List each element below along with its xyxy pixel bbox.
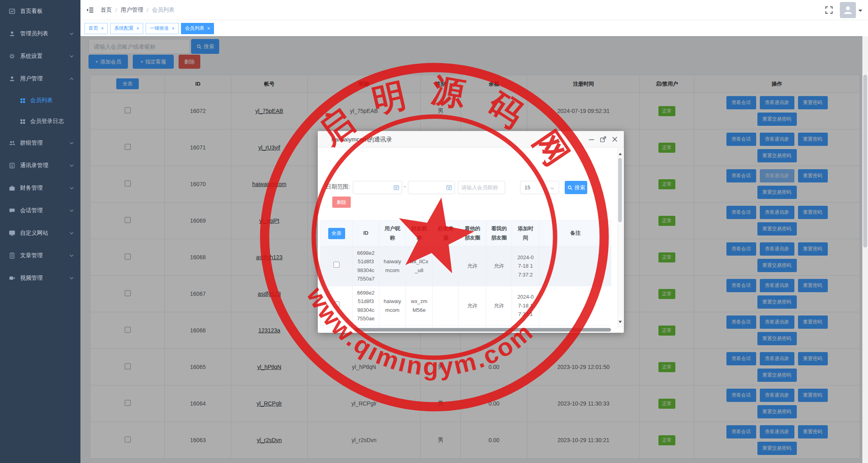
sidebar-item-3[interactable]: 用户管理 — [0, 68, 80, 90]
avatar-caret-icon[interactable] — [858, 10, 862, 14]
hamburger-icon[interactable] — [86, 6, 94, 14]
cell-his-moments: 允许 — [459, 246, 486, 286]
breadcrumb-separator: / — [115, 7, 117, 13]
sidebar-subitem-3-1[interactable]: 会员登录日志 — [0, 111, 80, 132]
grid-icon — [20, 98, 25, 103]
gear-icon — [9, 53, 15, 59]
col-header-my-moments: 看我的朋友圈 — [486, 221, 512, 246]
date-range-separator: - — [404, 183, 406, 190]
page-size-select[interactable]: 15 — [520, 181, 559, 194]
sidebar-item-label: 通讯录管理 — [20, 162, 69, 169]
tab-label: 首页 — [88, 25, 98, 32]
sidebar-item-label: 视频管理 — [20, 275, 69, 282]
date-start-input[interactable] — [353, 181, 402, 194]
tab-close-icon[interactable]: × — [207, 26, 210, 31]
video-icon — [9, 275, 15, 281]
tab-3[interactable]: 会员列表× — [181, 23, 214, 34]
sidebar-item-label: 自定义网站 — [20, 229, 69, 237]
avatar[interactable] — [840, 2, 856, 18]
chevron-down-icon — [69, 186, 74, 191]
sidebar-item-label: 群组管理 — [20, 139, 69, 147]
group-icon — [9, 140, 15, 146]
cell-add-time: 2024-07-18 17:37:1 — [512, 286, 539, 326]
chevron-down-icon — [69, 31, 74, 36]
admin-icon — [9, 31, 15, 37]
scroll-down-icon[interactable] — [619, 321, 622, 325]
sidebar-item-6[interactable]: 财务管理 — [0, 177, 80, 199]
dialog-select-all-button[interactable]: 全选 — [328, 228, 345, 239]
fullscreen-icon[interactable] — [825, 6, 833, 14]
col-header-friend-nickname: 好友昵称 — [406, 221, 433, 246]
breadcrumb-item[interactable]: 首页 — [101, 6, 112, 14]
nickname-search-input[interactable] — [458, 181, 505, 194]
dialog-vertical-scrollbar[interactable] — [617, 149, 623, 327]
tab-close-icon[interactable]: × — [172, 26, 175, 31]
tab-1[interactable]: 系统配置× — [110, 23, 143, 34]
tabs-bar: 首页×系统配置×一键推送×会员列表× — [80, 20, 868, 36]
dialog-search-button[interactable]: 搜索 — [565, 181, 587, 194]
tab-label: 一键推送 — [150, 25, 169, 32]
col-header-id: ID — [353, 221, 379, 246]
cell-user-nickname: haiwaiymcom — [379, 286, 406, 326]
contacts-header-row: 全选 ID 用户昵称 好友昵称 好友来源 看他的朋友圈 看我的朋友圈 添加时间 … — [321, 221, 612, 246]
chat-icon — [9, 207, 15, 214]
contacts-icon — [9, 162, 15, 169]
tab-0[interactable]: 首页× — [84, 23, 108, 34]
sidebar-item-2[interactable]: 系统设置 — [0, 45, 80, 68]
sidebar-item-0[interactable]: 首页看板 — [0, 0, 80, 23]
sidebar-item-8[interactable]: 自定义网站 — [0, 222, 80, 244]
sidebar-menu: 首页看板管理员列表系统设置用户管理会员列表会员登录日志群组管理通讯录管理财务管理… — [0, 0, 80, 289]
row-checkbox[interactable] — [333, 301, 339, 307]
sidebar-item-9[interactable]: 文章管理 — [0, 244, 80, 267]
tab-2[interactable]: 一键推送× — [146, 23, 179, 34]
breadcrumb-item[interactable]: 会员列表 — [152, 6, 175, 14]
breadcrumb-separator: / — [147, 7, 148, 13]
sidebar-item-7[interactable]: 会话管理 — [0, 199, 80, 222]
chevron-down-icon — [69, 208, 74, 213]
sidebar-item-label: 用户管理 — [20, 75, 69, 82]
close-icon[interactable] — [611, 136, 618, 143]
sidebar-subitem-label: 会员登录日志 — [30, 118, 64, 125]
dialog-hscroll-thumb[interactable] — [354, 328, 611, 332]
row-checkbox[interactable] — [333, 262, 339, 268]
sidebar-item-4[interactable]: 群组管理 — [0, 132, 80, 154]
chevron-down-icon — [69, 54, 74, 59]
cell-my-moments: 允许 — [486, 246, 512, 286]
chevron-down-icon — [69, 231, 74, 236]
article-icon — [9, 252, 15, 259]
finance-icon — [9, 185, 15, 191]
breadcrumb-item[interactable]: 用户管理 — [121, 6, 143, 14]
sidebar-item-label: 首页看板 — [20, 8, 74, 15]
cell-friend-nickname: wx_lICx_u8 — [406, 246, 433, 286]
page-scrollbar-thumb[interactable] — [863, 75, 867, 248]
breadcrumb: 首页/用户管理/会员列表 — [101, 6, 175, 14]
chevron-down-icon — [69, 276, 74, 281]
dialog-horizontal-scrollbar[interactable] — [319, 328, 612, 332]
sidebar-item-1[interactable]: 管理员列表 — [0, 23, 80, 45]
maximize-icon[interactable] — [600, 136, 607, 143]
chevron-down-icon — [550, 185, 555, 190]
dialog-vscroll-thumb[interactable] — [618, 158, 622, 222]
dashboard-icon — [9, 8, 15, 14]
chevron-down-icon — [69, 163, 74, 168]
sidebar: 首页看板管理员列表系统设置用户管理会员列表会员登录日志群组管理通讯录管理财务管理… — [0, 0, 80, 463]
dialog-delete-button[interactable]: 删除 — [332, 197, 351, 208]
tab-close-icon[interactable]: × — [136, 26, 139, 31]
date-end-input[interactable] — [408, 181, 455, 194]
col-header-add-time: 添加时间 — [512, 221, 539, 246]
cell-remark — [539, 246, 612, 286]
sidebar-item-label: 管理员列表 — [20, 30, 69, 37]
scroll-up-icon[interactable] — [619, 151, 622, 155]
minimize-icon[interactable] — [588, 136, 595, 143]
date-range-label: 日期范围: — [326, 183, 350, 191]
sidebar-subitem-3-0[interactable]: 会员列表 — [0, 90, 80, 111]
col-header-friend-source: 好友来源 — [433, 221, 459, 246]
user-icon — [9, 76, 15, 82]
page-size-value: 15 — [525, 184, 550, 191]
sidebar-item-label: 系统设置 — [20, 53, 69, 60]
contacts-dialog: haiwaiymcom的通讯录 日期范围: - 15 搜索 删除 — [318, 131, 624, 333]
sidebar-item-10[interactable]: 视频管理 — [0, 267, 80, 289]
tab-close-icon[interactable]: × — [101, 26, 104, 31]
sidebar-item-5[interactable]: 通讯录管理 — [0, 154, 80, 177]
page-scrollbar[interactable] — [862, 36, 868, 463]
